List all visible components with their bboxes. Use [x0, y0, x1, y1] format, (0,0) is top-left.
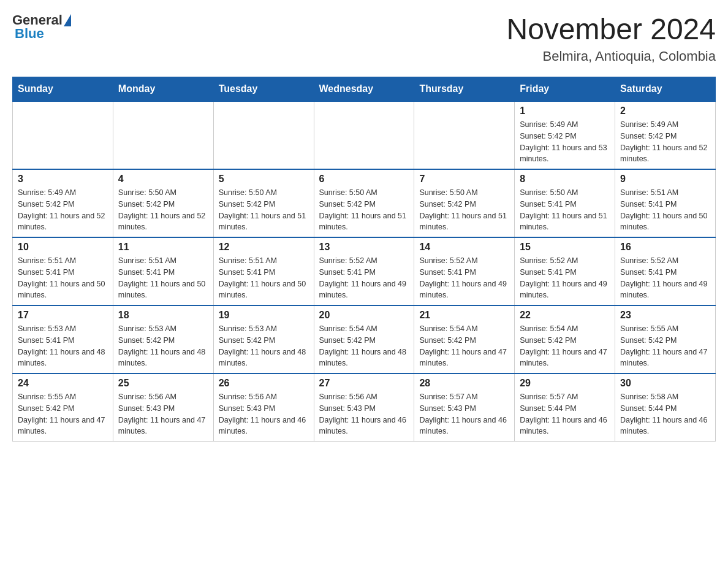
day-number: 14	[419, 242, 509, 253]
calendar-cell: 10Sunrise: 5:51 AMSunset: 5:41 PMDayligh…	[13, 237, 113, 305]
day-number: 4	[118, 174, 208, 185]
calendar-cell: 9Sunrise: 5:51 AMSunset: 5:41 PMDaylight…	[615, 169, 716, 237]
day-number: 28	[419, 378, 509, 389]
calendar-cell: 21Sunrise: 5:54 AMSunset: 5:42 PMDayligh…	[414, 305, 515, 373]
column-header-monday: Monday	[113, 77, 213, 102]
calendar-cell: 3Sunrise: 5:49 AMSunset: 5:42 PMDaylight…	[13, 169, 113, 237]
calendar-cell: 12Sunrise: 5:51 AMSunset: 5:41 PMDayligh…	[213, 237, 314, 305]
day-number: 20	[319, 310, 409, 321]
calendar-week-1: 1Sunrise: 5:49 AMSunset: 5:42 PMDaylight…	[13, 101, 716, 169]
day-info: Sunrise: 5:54 AMSunset: 5:42 PMDaylight:…	[520, 323, 610, 369]
calendar-week-2: 3Sunrise: 5:49 AMSunset: 5:42 PMDaylight…	[13, 169, 716, 237]
day-number: 23	[620, 310, 710, 321]
logo: General Blue	[12, 12, 71, 42]
calendar-cell	[113, 101, 213, 169]
calendar-cell: 24Sunrise: 5:55 AMSunset: 5:42 PMDayligh…	[13, 373, 113, 442]
day-number: 29	[520, 378, 610, 389]
day-number: 1	[520, 105, 610, 117]
day-number: 25	[118, 378, 208, 389]
calendar-cell: 19Sunrise: 5:53 AMSunset: 5:42 PMDayligh…	[213, 305, 314, 373]
calendar-cell: 15Sunrise: 5:52 AMSunset: 5:41 PMDayligh…	[515, 237, 615, 305]
day-info: Sunrise: 5:51 AMSunset: 5:41 PMDaylight:…	[620, 187, 710, 233]
column-header-thursday: Thursday	[414, 77, 515, 102]
day-info: Sunrise: 5:49 AMSunset: 5:42 PMDaylight:…	[18, 187, 108, 233]
day-number: 6	[319, 174, 409, 185]
day-number: 8	[520, 174, 610, 185]
column-header-sunday: Sunday	[13, 77, 113, 102]
calendar-cell: 8Sunrise: 5:50 AMSunset: 5:41 PMDaylight…	[515, 169, 615, 237]
day-info: Sunrise: 5:50 AMSunset: 5:41 PMDaylight:…	[520, 187, 610, 233]
day-number: 11	[118, 242, 208, 253]
page-header: General Blue November 2024 Belmira, Anti…	[12, 12, 716, 64]
day-info: Sunrise: 5:54 AMSunset: 5:42 PMDaylight:…	[319, 323, 409, 369]
day-number: 30	[620, 378, 710, 389]
calendar-week-5: 24Sunrise: 5:55 AMSunset: 5:42 PMDayligh…	[13, 373, 716, 442]
calendar-header-row: SundayMondayTuesdayWednesdayThursdayFrid…	[13, 77, 716, 102]
day-info: Sunrise: 5:58 AMSunset: 5:44 PMDaylight:…	[620, 391, 710, 437]
day-info: Sunrise: 5:51 AMSunset: 5:41 PMDaylight:…	[219, 255, 309, 301]
day-number: 22	[520, 310, 610, 321]
calendar-cell: 5Sunrise: 5:50 AMSunset: 5:42 PMDaylight…	[213, 169, 314, 237]
day-info: Sunrise: 5:52 AMSunset: 5:41 PMDaylight:…	[319, 255, 409, 301]
day-number: 24	[18, 378, 108, 389]
calendar-cell: 26Sunrise: 5:56 AMSunset: 5:43 PMDayligh…	[213, 373, 314, 442]
day-number: 27	[319, 378, 409, 389]
calendar-cell: 27Sunrise: 5:56 AMSunset: 5:43 PMDayligh…	[314, 373, 414, 442]
calendar-cell: 16Sunrise: 5:52 AMSunset: 5:41 PMDayligh…	[615, 237, 716, 305]
day-info: Sunrise: 5:56 AMSunset: 5:43 PMDaylight:…	[219, 391, 309, 437]
calendar-cell: 20Sunrise: 5:54 AMSunset: 5:42 PMDayligh…	[314, 305, 414, 373]
calendar-cell: 7Sunrise: 5:50 AMSunset: 5:42 PMDaylight…	[414, 169, 515, 237]
calendar-cell: 18Sunrise: 5:53 AMSunset: 5:42 PMDayligh…	[113, 305, 213, 373]
day-number: 2	[620, 105, 710, 117]
calendar-cell: 17Sunrise: 5:53 AMSunset: 5:41 PMDayligh…	[13, 305, 113, 373]
calendar-cell	[414, 101, 515, 169]
day-info: Sunrise: 5:50 AMSunset: 5:42 PMDaylight:…	[219, 187, 309, 233]
day-info: Sunrise: 5:53 AMSunset: 5:42 PMDaylight:…	[219, 323, 309, 369]
column-header-friday: Friday	[515, 77, 615, 102]
calendar-cell: 22Sunrise: 5:54 AMSunset: 5:42 PMDayligh…	[515, 305, 615, 373]
day-info: Sunrise: 5:50 AMSunset: 5:42 PMDaylight:…	[118, 187, 208, 233]
calendar-cell: 29Sunrise: 5:57 AMSunset: 5:44 PMDayligh…	[515, 373, 615, 442]
calendar-cell	[314, 101, 414, 169]
day-info: Sunrise: 5:53 AMSunset: 5:42 PMDaylight:…	[118, 323, 208, 369]
calendar-cell	[213, 101, 314, 169]
calendar-cell: 30Sunrise: 5:58 AMSunset: 5:44 PMDayligh…	[615, 373, 716, 442]
day-number: 7	[419, 174, 509, 185]
day-info: Sunrise: 5:51 AMSunset: 5:41 PMDaylight:…	[118, 255, 208, 301]
day-info: Sunrise: 5:50 AMSunset: 5:42 PMDaylight:…	[319, 187, 409, 233]
calendar-week-3: 10Sunrise: 5:51 AMSunset: 5:41 PMDayligh…	[13, 237, 716, 305]
day-info: Sunrise: 5:53 AMSunset: 5:41 PMDaylight:…	[18, 323, 108, 369]
day-number: 21	[419, 310, 509, 321]
day-info: Sunrise: 5:52 AMSunset: 5:41 PMDaylight:…	[520, 255, 610, 301]
calendar-cell: 2Sunrise: 5:49 AMSunset: 5:42 PMDaylight…	[615, 101, 716, 169]
day-number: 9	[620, 174, 710, 185]
title-area: November 2024 Belmira, Antioquia, Colomb…	[506, 12, 716, 64]
logo-blue-text: Blue	[12, 26, 44, 42]
day-info: Sunrise: 5:54 AMSunset: 5:42 PMDaylight:…	[419, 323, 509, 369]
day-number: 16	[620, 242, 710, 253]
day-info: Sunrise: 5:51 AMSunset: 5:41 PMDaylight:…	[18, 255, 108, 301]
day-number: 19	[219, 310, 309, 321]
calendar-cell: 23Sunrise: 5:55 AMSunset: 5:42 PMDayligh…	[615, 305, 716, 373]
day-info: Sunrise: 5:57 AMSunset: 5:43 PMDaylight:…	[419, 391, 509, 437]
day-info: Sunrise: 5:52 AMSunset: 5:41 PMDaylight:…	[419, 255, 509, 301]
column-header-saturday: Saturday	[615, 77, 716, 102]
column-header-tuesday: Tuesday	[213, 77, 314, 102]
day-info: Sunrise: 5:56 AMSunset: 5:43 PMDaylight:…	[118, 391, 208, 437]
calendar-cell: 6Sunrise: 5:50 AMSunset: 5:42 PMDaylight…	[314, 169, 414, 237]
calendar-cell: 1Sunrise: 5:49 AMSunset: 5:42 PMDaylight…	[515, 101, 615, 169]
location-label: Belmira, Antioquia, Colombia	[506, 48, 716, 64]
calendar-cell	[13, 101, 113, 169]
calendar-week-4: 17Sunrise: 5:53 AMSunset: 5:41 PMDayligh…	[13, 305, 716, 373]
day-info: Sunrise: 5:56 AMSunset: 5:43 PMDaylight:…	[319, 391, 409, 437]
day-number: 12	[219, 242, 309, 253]
day-info: Sunrise: 5:50 AMSunset: 5:42 PMDaylight:…	[419, 187, 509, 233]
calendar-cell: 14Sunrise: 5:52 AMSunset: 5:41 PMDayligh…	[414, 237, 515, 305]
day-info: Sunrise: 5:57 AMSunset: 5:44 PMDaylight:…	[520, 391, 610, 437]
calendar-table: SundayMondayTuesdayWednesdayThursdayFrid…	[12, 77, 716, 442]
day-number: 26	[219, 378, 309, 389]
calendar-cell: 25Sunrise: 5:56 AMSunset: 5:43 PMDayligh…	[113, 373, 213, 442]
day-number: 15	[520, 242, 610, 253]
calendar-cell: 4Sunrise: 5:50 AMSunset: 5:42 PMDaylight…	[113, 169, 213, 237]
month-title: November 2024	[506, 12, 716, 46]
